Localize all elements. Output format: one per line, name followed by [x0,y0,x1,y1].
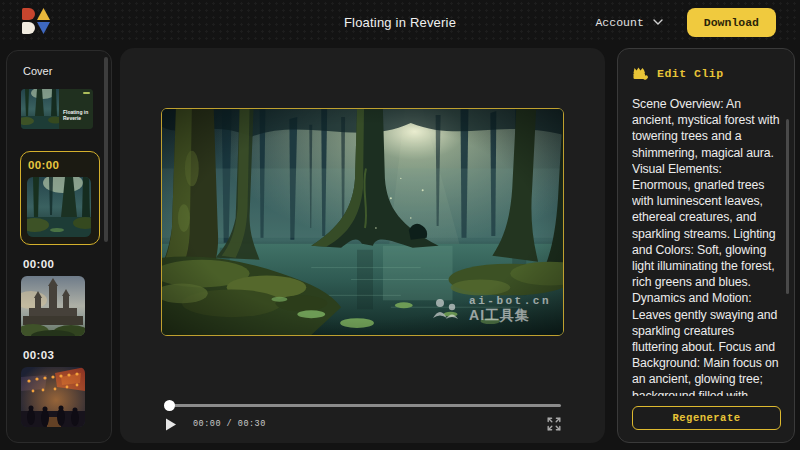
cover-forest-art [21,89,59,129]
fullscreen-button[interactable] [547,417,561,431]
clip-item-2[interactable]: 00:00 [21,258,111,336]
edit-clip-panel: Edit Clip Scene Overview: An ancient, my… [617,48,795,443]
chevron-down-icon [653,19,663,25]
scene-description[interactable]: Scene Overview: An ancient, mystical for… [632,96,781,396]
clip-timestamp: 00:00 [23,258,111,270]
progress-track[interactable] [165,404,561,407]
clips-sidebar: Cover Floating in Reverie [6,50,112,443]
account-menu[interactable]: Account [595,16,662,29]
watermark: ai-bot.cn AI工具集 [431,295,551,325]
cover-title-card: Floating in Reverie [59,89,93,129]
clip-timestamp: 00:03 [23,349,111,361]
time-display: 00:00 / 00:30 [193,419,266,429]
cover-thumbnail[interactable]: Floating in Reverie [21,89,93,129]
regenerate-button[interactable]: Regenerate [632,406,781,430]
app-root: Floating in Reverie Account Download Cov… [0,0,800,450]
edit-clip-header: Edit Clip [632,66,781,81]
play-button[interactable] [165,418,177,431]
clip-thumbnail-market [21,367,85,427]
description-scrollbar[interactable] [786,119,789,294]
watermark-line1: ai-bot.cn [469,295,551,307]
player-controls: 00:00 / 00:30 [165,413,561,435]
sidebar-scrollbar[interactable] [104,57,108,242]
video-preview[interactable]: ai-bot.cn AI工具集 [161,108,564,336]
download-button[interactable]: Download [687,8,776,37]
player-panel: ai-bot.cn AI工具集 00:00 / 00:30 [120,48,605,443]
edit-clip-label: Edit Clip [657,67,724,80]
clip-thumbnail-forest [27,177,91,237]
watermark-text: ai-bot.cn AI工具集 [469,295,551,325]
clip-timestamp: 00:00 [28,159,99,171]
clip-item-1-selected[interactable]: 00:00 [20,151,100,245]
watermark-logo-icon [431,298,461,322]
cover-logo-mark [83,92,90,94]
clip-item-3[interactable]: 00:03 [21,349,111,427]
progress-handle[interactable] [164,400,175,411]
cover-label: Cover [23,65,111,77]
progress-slider[interactable] [165,398,561,412]
clip-thumbnail-castle [21,276,85,336]
topbar: Floating in Reverie Account Download [0,0,800,44]
account-label: Account [595,16,643,29]
watermark-line2: AI工具集 [469,307,551,325]
cover-title-text: Floating in Reverie [63,109,89,121]
clapperboard-icon [632,66,649,81]
topbar-right: Account Download [595,0,776,44]
